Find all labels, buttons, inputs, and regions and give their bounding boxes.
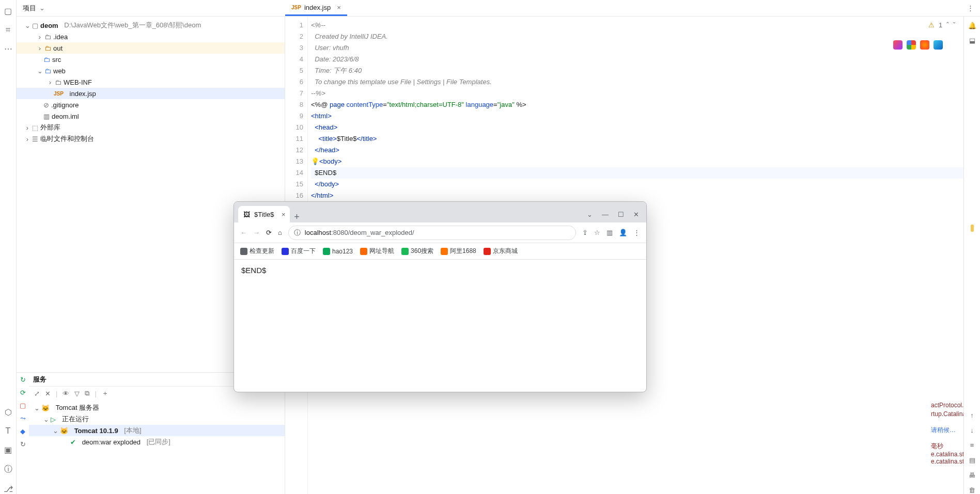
- tree-item-out[interactable]: out: [53, 44, 63, 52]
- reader-mode-icon[interactable]: ▤: [969, 456, 975, 464]
- svc-node-running[interactable]: ⌄▷ 正在运行: [29, 413, 285, 425]
- tree-item-extlibs[interactable]: 外部库: [40, 123, 60, 132]
- reload-icon[interactable]: ⟳: [266, 229, 272, 236]
- share-icon[interactable]: ⇪: [582, 229, 588, 236]
- tree-item-webinf[interactable]: WEB-INF: [64, 78, 92, 86]
- bookmarks-bar: 检查更新 百度一下 hao123 网址导航 360搜索 阿里1688 京东商城: [234, 243, 646, 260]
- folder-icon: 🗀: [44, 44, 51, 52]
- info-tool-icon[interactable]: ⓘ: [4, 464, 12, 475]
- restart-icon[interactable]: ↻: [20, 440, 26, 448]
- filter-icon[interactable]: ▽: [74, 390, 80, 397]
- site-info-icon[interactable]: ⓘ: [294, 228, 301, 237]
- profile-icon[interactable]: 👤: [619, 229, 627, 236]
- stop-icon[interactable]: ▢: [20, 402, 26, 409]
- inspection-badges[interactable]: ⚠1 ˆ ˇ: [928, 20, 955, 31]
- terminal-tool-icon[interactable]: T: [6, 426, 11, 436]
- minimize-icon[interactable]: —: [602, 211, 609, 218]
- run-tool-icon[interactable]: ▣: [4, 445, 12, 455]
- browser-tab-title: $Title$: [254, 211, 274, 218]
- prev-highlight-icon[interactable]: ˆ: [946, 20, 948, 31]
- view-icon[interactable]: 👁: [63, 390, 69, 397]
- close-window-icon[interactable]: ✕: [633, 211, 639, 218]
- edge-icon[interactable]: [934, 40, 943, 50]
- next-highlight-icon[interactable]: ˇ: [953, 20, 955, 31]
- chevron-right-icon[interactable]: ›: [25, 124, 30, 132]
- iml-icon: ▥: [43, 113, 50, 120]
- more-tool-icon[interactable]: ⋯: [4, 44, 12, 54]
- chevron-right-icon[interactable]: ›: [37, 44, 42, 52]
- built-in-preview-icon[interactable]: [893, 40, 903, 50]
- collapse-icon[interactable]: ✕: [45, 390, 51, 397]
- svc-node-tomcat-server[interactable]: ⌄🐱 Tomcat 服务器: [29, 402, 285, 413]
- editor-tab-index-jsp[interactable]: JSP index.jsp ×: [285, 1, 347, 16]
- bookmark-baidu[interactable]: 百度一下: [282, 247, 316, 256]
- project-label: 项目: [23, 4, 36, 13]
- maximize-icon[interactable]: ☐: [618, 211, 624, 218]
- console-output[interactable]: actProtocol.start 家�淮煸同慈 rtup.Catalina.s…: [931, 380, 963, 494]
- tab-menu-icon[interactable]: ⋮: [961, 4, 980, 12]
- rerun-icon[interactable]: ↻: [20, 376, 26, 384]
- trash-icon[interactable]: 🗑: [969, 486, 975, 494]
- close-browser-tab-icon[interactable]: ×: [282, 211, 286, 218]
- intention-bulb-icon[interactable]: 💡: [311, 157, 319, 165]
- check-icon: ✔: [70, 438, 76, 446]
- chrome-icon[interactable]: [907, 40, 916, 50]
- soft-wrap-icon[interactable]: ≡: [970, 441, 974, 449]
- bookmark-2345[interactable]: 网址导航: [360, 247, 394, 256]
- expand-all-icon[interactable]: ⤢: [34, 390, 40, 397]
- chevron-down-icon[interactable]: ⌄: [37, 67, 42, 75]
- firefox-icon[interactable]: [920, 40, 929, 50]
- tree-item-src[interactable]: src: [52, 56, 61, 63]
- browser-tab[interactable]: 🖼 $Title$ ×: [238, 206, 290, 222]
- print-icon[interactable]: 🖶: [969, 471, 975, 479]
- attach-icon[interactable]: ◆: [20, 427, 25, 435]
- scratch-icon: ☰: [32, 135, 38, 143]
- svc-node-artifact[interactable]: ✔ deom:war exploded [已同步]: [29, 436, 285, 448]
- back-icon[interactable]: ←: [240, 229, 247, 236]
- home-icon[interactable]: ⌂: [278, 229, 282, 236]
- project-tool-icon[interactable]: ▢: [4, 6, 12, 16]
- build-tool-icon[interactable]: ⬡: [5, 407, 12, 417]
- address-bar[interactable]: ⓘ localhost:8080/deom_war_exploded/: [288, 226, 576, 240]
- close-tab-icon[interactable]: ×: [337, 4, 341, 11]
- forward-icon[interactable]: →: [253, 229, 260, 236]
- nav-down-icon[interactable]: ↓: [970, 426, 974, 434]
- chevron-right-icon[interactable]: ›: [48, 78, 53, 86]
- svc-node-tomcat-instance[interactable]: ⌄🐱 Tomcat 10.1.9 [本地]: [29, 425, 285, 436]
- tree-item-index[interactable]: index.jsp: [70, 90, 96, 98]
- db-tool-icon[interactable]: ⬓: [969, 37, 975, 44]
- chevron-down-icon[interactable]: ⌄: [25, 22, 30, 29]
- bookmark-1688[interactable]: 阿里1688: [441, 247, 476, 256]
- project-header[interactable]: 项目 ⌄: [17, 4, 285, 13]
- bookmark-jd[interactable]: 京东商城: [484, 247, 518, 256]
- chevron-down-icon: ⌄: [39, 4, 45, 12]
- tree-item-iml[interactable]: deom.iml: [52, 113, 79, 120]
- new-tab-button[interactable]: +: [290, 212, 304, 222]
- chevron-down-icon[interactable]: ⌄: [587, 211, 593, 218]
- browser-menu-icon[interactable]: ⋮: [633, 229, 640, 236]
- tree-root-name[interactable]: deom: [40, 22, 58, 29]
- run-icon[interactable]: ⟳: [20, 389, 26, 396]
- chevron-right-icon[interactable]: ›: [37, 33, 42, 41]
- tree-item-scratch[interactable]: 临时文件和控制台: [40, 134, 94, 144]
- notifications-icon[interactable]: 🔔: [968, 22, 976, 29]
- browser-window[interactable]: 🖼 $Title$ × + ⌄ — ☐ ✕ ← → ⟳ ⌂ ⓘ localhos…: [234, 201, 647, 392]
- scrollbar-warning-marker[interactable]: [971, 225, 974, 232]
- browser-titlebar[interactable]: 🖼 $Title$ × + ⌄ — ☐ ✕: [234, 202, 646, 222]
- bookmark-360[interactable]: 360搜索: [401, 247, 433, 256]
- tree-item-gitignore[interactable]: .gitignore: [51, 101, 79, 109]
- browser-viewport[interactable]: $END$: [234, 260, 646, 392]
- tree-item-idea[interactable]: .idea: [53, 33, 68, 41]
- chevron-right-icon[interactable]: ›: [25, 135, 30, 143]
- structure-tool-icon[interactable]: ⌗: [6, 25, 10, 35]
- debug-icon[interactable]: ⤳: [20, 415, 26, 422]
- nav-up-icon[interactable]: ↑: [970, 411, 974, 419]
- star-icon[interactable]: ☆: [594, 229, 600, 236]
- add-icon[interactable]: ＋: [102, 389, 108, 398]
- side-panel-icon[interactable]: ▥: [606, 229, 613, 236]
- tree-item-web[interactable]: web: [53, 67, 66, 75]
- layout-icon[interactable]: ⧉: [85, 389, 89, 397]
- bookmark-hao123[interactable]: hao123: [323, 248, 353, 255]
- bookmark-update[interactable]: 检查更新: [240, 247, 274, 256]
- git-tool-icon[interactable]: ⎇: [4, 484, 13, 494]
